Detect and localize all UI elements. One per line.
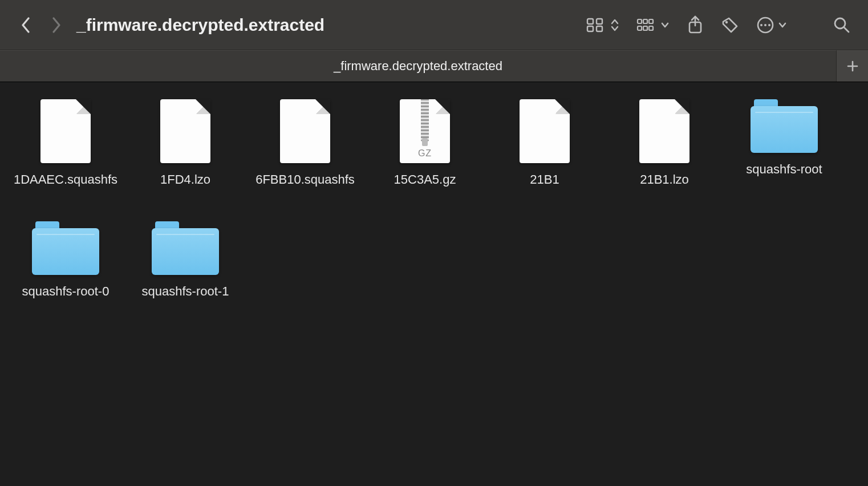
svg-rect-6 xyxy=(649,19,653,23)
file-item[interactable]: 21B1.lzo xyxy=(605,99,724,187)
file-icon xyxy=(639,99,689,163)
folder-icon xyxy=(751,99,818,153)
item-label: 6FBB10.squashfs xyxy=(255,172,355,187)
forward-button[interactable] xyxy=(43,13,68,38)
item-label: 1FD4.lzo xyxy=(160,172,210,187)
file-icon xyxy=(160,99,210,163)
file-icon xyxy=(280,99,330,163)
item-label: 1DAAEC.squashfs xyxy=(14,172,117,187)
folder-icon xyxy=(152,221,219,275)
toolbar-actions xyxy=(586,13,851,38)
item-label: squashfs-root-1 xyxy=(142,284,229,299)
folder-item[interactable]: squashfs-root xyxy=(724,99,844,187)
item-label: 21B1 xyxy=(530,172,559,187)
action-menu-button[interactable] xyxy=(756,13,787,38)
view-icons-button[interactable] xyxy=(586,13,619,38)
svg-rect-8 xyxy=(643,26,647,30)
folder-item[interactable]: squashfs-root-0 xyxy=(6,221,125,299)
tab-label: _firmware.decrypted.extracted xyxy=(334,59,502,74)
file-item[interactable]: GZ15C3A5.gz xyxy=(365,99,485,187)
file-item[interactable]: 21B1 xyxy=(485,99,605,187)
new-tab-button[interactable] xyxy=(836,50,868,82)
item-label: squashfs-root xyxy=(746,162,822,177)
svg-rect-5 xyxy=(643,19,647,23)
icon-grid: 1DAAEC.squashfs1FD4.lzo6FBB10.squashfsGZ… xyxy=(0,82,868,316)
toolbar: _firmware.decrypted.extracted xyxy=(0,0,868,50)
file-item[interactable]: 6FBB10.squashfs xyxy=(245,99,365,187)
tags-button[interactable] xyxy=(721,13,739,38)
file-item[interactable]: 1FD4.lzo xyxy=(125,99,245,187)
file-icon xyxy=(520,99,570,163)
item-label: 21B1.lzo xyxy=(640,172,689,187)
svg-rect-0 xyxy=(587,19,593,24)
svg-point-11 xyxy=(725,21,728,23)
svg-point-15 xyxy=(768,24,770,26)
archive-file-icon: GZ xyxy=(400,99,450,163)
folder-item[interactable]: squashfs-root-1 xyxy=(125,221,245,299)
file-item[interactable]: 1DAAEC.squashfs xyxy=(6,99,125,187)
share-button[interactable] xyxy=(687,13,704,38)
tab-bar: _firmware.decrypted.extracted xyxy=(0,50,868,82)
back-button[interactable] xyxy=(14,13,39,38)
svg-rect-9 xyxy=(649,26,653,30)
svg-point-13 xyxy=(760,24,762,26)
window-title: _firmware.decrypted.extracted xyxy=(76,15,325,35)
search-button[interactable] xyxy=(833,13,851,38)
file-icon xyxy=(40,99,91,163)
file-type-badge: GZ xyxy=(400,148,450,159)
folder-icon xyxy=(32,221,99,275)
svg-rect-1 xyxy=(597,19,602,24)
svg-rect-2 xyxy=(587,26,593,31)
tab-current[interactable]: _firmware.decrypted.extracted xyxy=(0,50,836,82)
item-label: 15C3A5.gz xyxy=(394,172,456,187)
svg-rect-4 xyxy=(638,19,642,23)
svg-rect-7 xyxy=(638,26,642,30)
item-label: squashfs-root-0 xyxy=(22,284,109,299)
group-by-button[interactable] xyxy=(636,13,670,38)
svg-point-14 xyxy=(764,24,766,26)
svg-rect-3 xyxy=(597,26,602,31)
